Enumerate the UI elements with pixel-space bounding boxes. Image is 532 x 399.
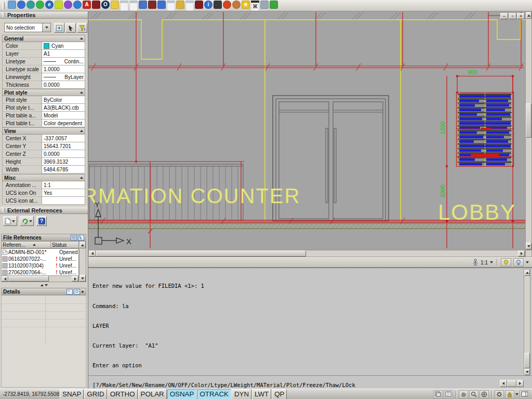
property-value[interactable]: 15643.7201: [42, 142, 85, 150]
striped-box-icon[interactable]: [148, 1, 156, 9]
toggle-dyn[interactable]: DYN: [232, 389, 251, 399]
table-window-icon[interactable]: [120, 1, 128, 11]
scroll-left-icon[interactable]: [2, 276, 8, 282]
property-value[interactable]: 3969.3132: [42, 158, 85, 166]
toggle-grid[interactable]: GRID: [84, 389, 107, 399]
scroll-up-icon[interactable]: [526, 12, 531, 19]
collapse-icon[interactable]: [80, 91, 83, 94]
acrobat-icon[interactable]: A: [83, 1, 91, 9]
section-header-misc[interactable]: Misc: [2, 174, 85, 181]
drawing-horizontal-scrollbar[interactable]: [88, 250, 525, 257]
zoom-icon[interactable]: [469, 390, 478, 398]
opera-icon[interactable]: O: [101, 1, 110, 9]
messenger-icon[interactable]: [17, 1, 25, 9]
toggle-osnap[interactable]: OSNAP: [167, 389, 197, 399]
selection-dropdown[interactable]: No selection: [4, 23, 51, 32]
person-icon[interactable]: [232, 1, 241, 9]
tool-glyph-icon[interactable]: Ж: [251, 1, 259, 11]
property-row-center-z[interactable]: Center Z 0.0000: [2, 150, 85, 158]
scrollbar-thumb[interactable]: [8, 276, 49, 282]
status-menu-icon[interactable]: [515, 393, 518, 395]
globe-pair-icon[interactable]: [26, 1, 35, 9]
command-window[interactable]: Enter new value for FILEDIA <1>: 1 Comma…: [88, 268, 532, 389]
drawing-vertical-scrollbar[interactable]: [525, 11, 532, 250]
property-value[interactable]: ByLayer: [42, 73, 85, 81]
drawing-minimize-button[interactable]: –: [500, 13, 508, 19]
details-view-icon[interactable]: [66, 289, 73, 295]
property-row-thickness[interactable]: Thickness 0.0000: [2, 81, 85, 89]
scroll-down-icon[interactable]: [524, 369, 530, 375]
table-window-icon-2[interactable]: [129, 1, 138, 11]
recycle-icon[interactable]: [55, 1, 63, 9]
property-value[interactable]: Yes: [42, 189, 85, 197]
drawing-restore-button[interactable]: ▫: [509, 13, 516, 19]
collapse-icon[interactable]: [80, 130, 83, 132]
plant-icon[interactable]: [270, 1, 278, 9]
scroll-right-icon[interactable]: [516, 380, 524, 387]
purple-flower-icon[interactable]: [64, 1, 72, 9]
section-header-plot-style[interactable]: Plot style: [2, 89, 85, 96]
property-value[interactable]: Model: [42, 112, 85, 119]
toggle-otrack[interactable]: OTRACK: [197, 389, 231, 399]
scroll-left-icon[interactable]: [89, 250, 96, 257]
new-doc-icon[interactable]: [8, 1, 16, 9]
property-row-linetype[interactable]: Linetype Contin...: [2, 58, 85, 65]
world-icon[interactable]: [73, 1, 82, 9]
property-value[interactable]: 1.0000: [42, 65, 85, 73]
property-row-plot-table-attached[interactable]: Plot table a... Model: [2, 112, 85, 119]
layout-icon[interactable]: [444, 390, 453, 398]
external-references-title-bar[interactable]: External References: [0, 207, 88, 214]
drawing-close-button[interactable]: ×: [517, 13, 525, 19]
section-header-general[interactable]: General: [2, 35, 85, 42]
property-row-clipped[interactable]: UCS icon at...: [2, 197, 85, 206]
sign-icon[interactable]: [92, 1, 100, 9]
property-value[interactable]: 5484.6785: [42, 166, 85, 174]
toolbar-lock-icon[interactable]: [505, 390, 514, 398]
scroll-right-icon[interactable]: [518, 250, 525, 257]
tree-view-icon[interactable]: [78, 235, 84, 241]
section-header-view[interactable]: View: [2, 127, 85, 135]
camera-icon[interactable]: [214, 1, 222, 9]
refresh-xref-button[interactable]: [20, 216, 34, 226]
dropdown-arrow-icon[interactable]: [42, 23, 50, 32]
property-value[interactable]: -337.0057: [42, 135, 85, 142]
property-value[interactable]: [42, 197, 85, 205]
preview-icon[interactable]: [74, 289, 80, 295]
property-value[interactable]: A3(BLACK).ctb: [42, 104, 85, 112]
green-ball-icon[interactable]: [36, 1, 44, 9]
property-row-linetype-scale[interactable]: Linetype scale 1.0000: [2, 65, 85, 73]
coordinate-readout[interactable]: -2732.8419, 16792.5508: [2, 390, 60, 398]
collapse-icon[interactable]: [80, 37, 83, 39]
annotation-bar-menu-icon[interactable]: [526, 261, 529, 263]
column-header-reference[interactable]: Referen...: [1, 241, 51, 248]
toggle-lwt[interactable]: LWT: [252, 389, 271, 399]
scroll-up-icon[interactable]: [79, 242, 86, 248]
xref-row[interactable]: 13102007(004) ! Unref...: [2, 262, 78, 269]
property-row-plot-style-table[interactable]: Plot style t... A3(BLACK).ctb: [2, 104, 85, 112]
property-row-center-y[interactable]: Center Y 15643.7201: [2, 142, 85, 150]
command-vertical-scrollbar[interactable]: [524, 269, 530, 375]
command-prompt-divider[interactable]: [88, 376, 532, 377]
scrollbar-thumb[interactable]: [526, 103, 531, 138]
scrollbar-thumb[interactable]: [96, 250, 306, 257]
scroll-up-icon[interactable]: [524, 270, 530, 276]
folder-icon[interactable]: [111, 1, 119, 9]
pencil-icon[interactable]: [157, 1, 166, 9]
command-horizontal-scrollbar[interactable]: [500, 380, 524, 387]
document-icon-2[interactable]: [185, 1, 194, 11]
column-header-status[interactable]: Status: [51, 241, 79, 248]
select-objects-button[interactable]: [65, 23, 76, 33]
xref-vertical-scrollbar[interactable]: [79, 241, 86, 282]
file-references-header[interactable]: File References: [1, 234, 86, 241]
xref-horizontal-scrollbar[interactable]: [1, 275, 79, 282]
blue-window-icon[interactable]: [139, 1, 147, 9]
collapse-icon[interactable]: [80, 177, 83, 179]
details-header[interactable]: Details: [1, 288, 86, 295]
property-row-plot-style[interactable]: Plot style ByColor: [2, 96, 85, 104]
attach-xref-button[interactable]: [3, 216, 17, 226]
xref-row[interactable]: 06162007022-... ! Unref...: [2, 256, 78, 262]
palette-splitter[interactable]: [0, 283, 88, 287]
property-row-center-x[interactable]: Center X -337.0057: [2, 135, 85, 142]
property-row-annotation-scale[interactable]: Annotation ... 1:1: [2, 181, 85, 189]
scroll-left-icon[interactable]: [500, 380, 507, 387]
